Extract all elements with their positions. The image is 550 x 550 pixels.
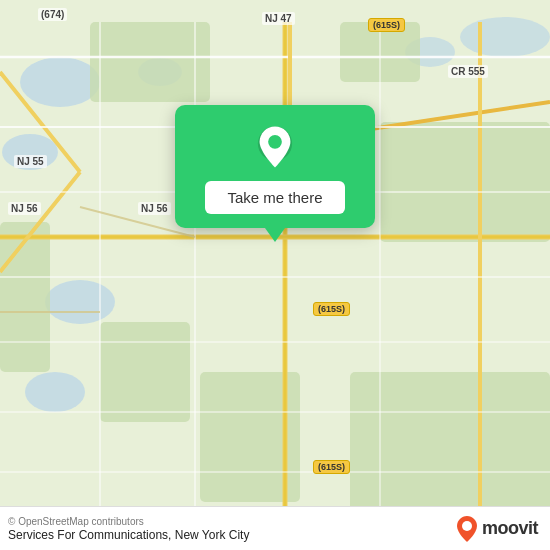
road-label-674: (674) xyxy=(38,8,67,21)
svg-rect-10 xyxy=(380,122,550,242)
road-label-cr555: CR 555 xyxy=(448,65,488,78)
location-label: Services For Communications, New York Ci… xyxy=(8,528,456,542)
moovit-logo: moovit xyxy=(456,515,538,543)
svg-point-4 xyxy=(25,372,85,412)
svg-point-1 xyxy=(20,57,100,107)
svg-point-7 xyxy=(460,17,550,57)
road-label-nj47: NJ 47 xyxy=(262,12,295,25)
moovit-pin-icon xyxy=(456,515,478,543)
bottom-bar-info: © OpenStreetMap contributors Services Fo… xyxy=(8,516,456,542)
map-container: (674) NJ 47 (615S) CR 555 NJ 55 NJ 56 NJ… xyxy=(0,0,550,550)
map-svg xyxy=(0,0,550,550)
route-badge-615s-top: (615S) xyxy=(368,18,405,32)
route-badge-615s-bot: (615S) xyxy=(313,460,350,474)
svg-point-37 xyxy=(268,135,282,149)
road-label-nj56-left: NJ 56 xyxy=(8,202,41,215)
location-pin-icon xyxy=(251,123,299,171)
svg-rect-11 xyxy=(100,322,190,422)
svg-rect-12 xyxy=(0,222,50,372)
moovit-text: moovit xyxy=(482,518,538,539)
bottom-bar: © OpenStreetMap contributors Services Fo… xyxy=(0,506,550,550)
svg-point-38 xyxy=(462,521,472,531)
road-label-nj56-mid: NJ 56 xyxy=(138,202,171,215)
svg-point-3 xyxy=(45,280,115,324)
route-badge-615s-mid: (615S) xyxy=(313,302,350,316)
take-me-there-button[interactable]: Take me there xyxy=(205,181,344,214)
map-attribution: © OpenStreetMap contributors xyxy=(8,516,456,527)
svg-rect-8 xyxy=(90,22,210,102)
road-label-nj55: NJ 55 xyxy=(14,155,47,168)
popup-card: Take me there xyxy=(175,105,375,228)
